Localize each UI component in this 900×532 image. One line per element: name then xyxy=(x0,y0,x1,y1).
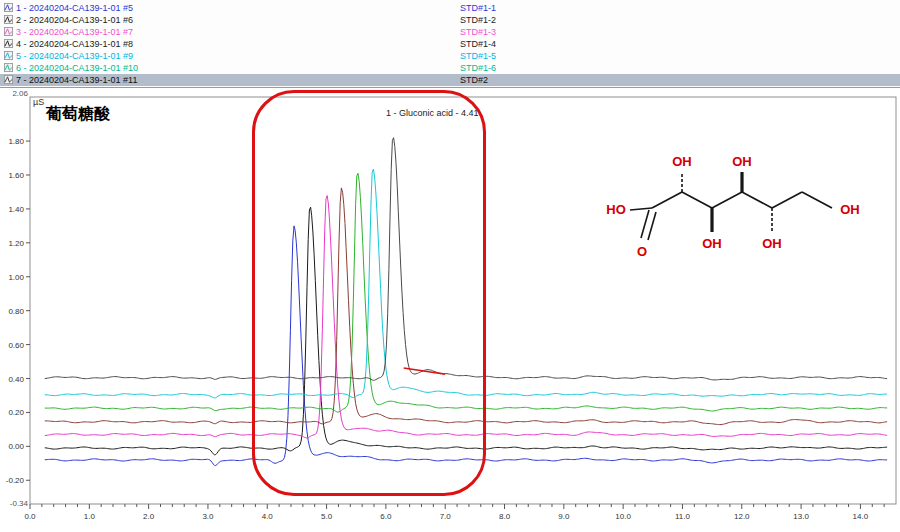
svg-text:1 - Gluconic acid - 4.41: 1 - Gluconic acid - 4.41 xyxy=(386,108,479,118)
sample-name: 4 - 20240204-CA139-1-01 #8 xyxy=(16,39,133,49)
svg-text:0.0: 0.0 xyxy=(24,512,36,521)
standard-name: STD#1-1 xyxy=(460,2,496,14)
trace-icon xyxy=(4,27,13,36)
svg-text:7.0: 7.0 xyxy=(440,512,452,521)
bond xyxy=(652,192,682,208)
hydroxyl-label: OH xyxy=(762,236,782,251)
sample-name: 7 - 20240204-CA139-1-01 #11 xyxy=(16,75,137,85)
svg-text:0.20: 0.20 xyxy=(8,408,24,417)
chart-title: 葡萄糖酸 xyxy=(46,104,110,125)
hydroxyl-label: OH xyxy=(732,154,752,169)
legend-row-4[interactable]: 4 - 20240204-CA139-1-01 #8 STD#1-4 xyxy=(0,38,900,50)
trace-icon xyxy=(4,51,13,60)
standard-name: STD#1-5 xyxy=(460,50,496,62)
bond xyxy=(712,192,742,208)
svg-text:14.0: 14.0 xyxy=(853,512,869,521)
hydroxyl-label: OH xyxy=(840,202,860,217)
chromatography-window: 1 - 20240204-CA139-1-01 #5 STD#1-1 2 - 2… xyxy=(0,0,900,532)
svg-text:4.0: 4.0 xyxy=(262,512,274,521)
svg-text:1.40: 1.40 xyxy=(8,205,24,214)
legend-row-5[interactable]: 5 - 20240204-CA139-1-01 #9 STD#1-5 xyxy=(0,50,900,62)
legend-row-1[interactable]: 1 - 20240204-CA139-1-01 #5 STD#1-1 xyxy=(0,2,900,14)
svg-text:11.0: 11.0 xyxy=(675,512,691,521)
standard-name: STD#2 xyxy=(460,74,488,86)
chromatogram-panel: -0.200.000.200.400.600.801.001.201.401.6… xyxy=(0,88,900,532)
y-axis-max-label: 2.06 xyxy=(4,89,28,98)
y-axis-min-label: -0.34 xyxy=(2,499,28,508)
svg-text:8.0: 8.0 xyxy=(499,512,511,521)
svg-text:1.80: 1.80 xyxy=(8,137,24,146)
standard-name: STD#1-4 xyxy=(460,38,496,50)
svg-text:1.60: 1.60 xyxy=(8,171,24,180)
svg-text:0.00: 0.00 xyxy=(8,442,24,451)
trace-icon xyxy=(4,15,13,24)
bond xyxy=(742,192,772,208)
trace-icon xyxy=(4,39,13,48)
sample-name: 2 - 20240204-CA139-1-01 #6 xyxy=(16,15,133,25)
legend-row-6[interactable]: 6 - 20240204-CA139-1-01 #10 STD#1-6 xyxy=(0,62,900,74)
trace-icon xyxy=(4,63,13,72)
svg-text:13.0: 13.0 xyxy=(793,512,809,521)
sample-name: 6 - 20240204-CA139-1-01 #10 xyxy=(16,63,138,73)
trace-icon xyxy=(4,3,13,12)
svg-text:6.0: 6.0 xyxy=(380,512,392,521)
y-axis-unit-label: µS xyxy=(33,97,44,107)
trace-icon xyxy=(4,75,13,84)
sample-list-pane: 1 - 20240204-CA139-1-01 #5 STD#1-1 2 - 2… xyxy=(0,0,900,88)
carboxyl-ho-label: HO xyxy=(606,202,626,217)
carbonyl-o-label: O xyxy=(637,244,647,259)
sample-name: 5 - 20240204-CA139-1-01 #9 xyxy=(16,51,133,61)
svg-text:0.40: 0.40 xyxy=(8,375,24,384)
carbonyl-double-bond xyxy=(648,212,656,240)
svg-text:0.80: 0.80 xyxy=(8,307,24,316)
legend-row-7[interactable]: 7 - 20240204-CA139-1-01 #11 STD#2 xyxy=(0,74,900,86)
svg-text:2.0: 2.0 xyxy=(143,512,155,521)
bond xyxy=(772,192,802,208)
gluconic-acid-structure: HO O OH OH OH OH OH xyxy=(594,148,884,283)
svg-text:9.0: 9.0 xyxy=(558,512,570,521)
svg-text:-0.20: -0.20 xyxy=(6,476,25,485)
svg-text:1.0: 1.0 xyxy=(84,512,96,521)
svg-text:3.0: 3.0 xyxy=(202,512,214,521)
svg-text:1.00: 1.00 xyxy=(8,273,24,282)
legend-row-2[interactable]: 2 - 20240204-CA139-1-01 #6 STD#1-2 xyxy=(0,14,900,26)
legend-row-3[interactable]: 3 - 20240204-CA139-1-01 #7 STD#1-3 xyxy=(0,26,900,38)
svg-text:10.0: 10.0 xyxy=(615,512,631,521)
svg-text:0.60: 0.60 xyxy=(8,341,24,350)
bond xyxy=(630,208,652,210)
svg-text:12.0: 12.0 xyxy=(734,512,750,521)
sample-name: 3 - 20240204-CA139-1-01 #7 xyxy=(16,27,133,37)
bond xyxy=(682,192,712,208)
svg-text:1.20: 1.20 xyxy=(8,239,24,248)
sample-name: 1 - 20240204-CA139-1-01 #5 xyxy=(16,3,133,13)
bond xyxy=(802,192,832,208)
carbonyl-double-bond xyxy=(641,210,649,238)
standard-name: STD#1-6 xyxy=(460,62,496,74)
svg-text:5.0: 5.0 xyxy=(321,512,333,521)
standard-name: STD#1-2 xyxy=(460,14,496,26)
hydroxyl-label: OH xyxy=(672,154,692,169)
hydroxyl-label: OH xyxy=(702,236,722,251)
standard-name: STD#1-3 xyxy=(460,26,496,38)
